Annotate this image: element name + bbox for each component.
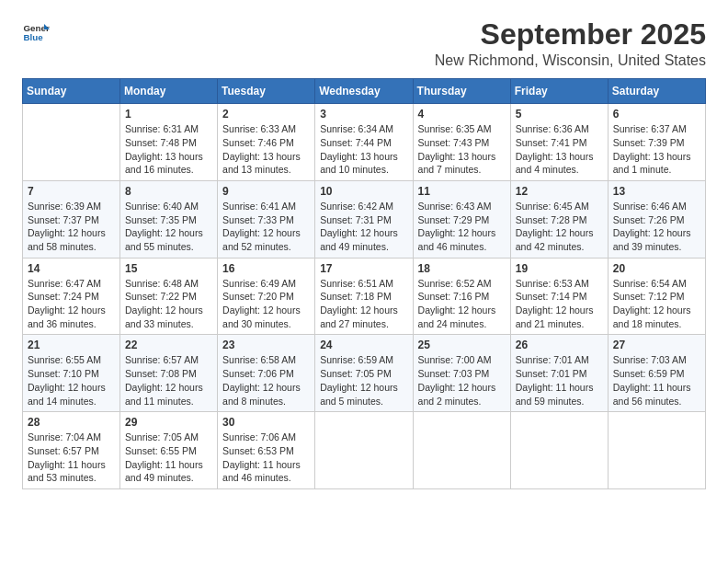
day-info: Sunrise: 7:04 AMSunset: 6:57 PMDaylight:… xyxy=(28,431,115,485)
day-info: Sunrise: 6:31 AMSunset: 7:48 PMDaylight:… xyxy=(125,122,212,177)
week-row-1: 1Sunrise: 6:31 AMSunset: 7:48 PMDaylight… xyxy=(23,104,706,181)
week-row-2: 7Sunrise: 6:39 AMSunset: 7:37 PMDaylight… xyxy=(23,180,706,258)
calendar-cell: 21Sunrise: 6:55 AMSunset: 7:10 PMDayligh… xyxy=(23,335,120,412)
day-number: 22 xyxy=(125,339,212,351)
day-info: Sunrise: 6:42 AMSunset: 7:31 PMDaylight:… xyxy=(320,200,407,254)
day-info: Sunrise: 6:55 AMSunset: 7:10 PMDaylight:… xyxy=(28,353,115,408)
calendar-cell: 22Sunrise: 6:57 AMSunset: 7:08 PMDayligh… xyxy=(120,335,218,412)
calendar-cell: 7Sunrise: 6:39 AMSunset: 7:37 PMDaylight… xyxy=(23,180,120,258)
day-number: 18 xyxy=(418,262,506,275)
day-number: 2 xyxy=(222,108,310,121)
day-number: 30 xyxy=(222,416,310,429)
calendar-cell: 3Sunrise: 6:34 AMSunset: 7:44 PMDaylight… xyxy=(315,104,413,181)
calendar-cell: 29Sunrise: 7:05 AMSunset: 6:55 PMDayligh… xyxy=(120,412,218,489)
weekday-header-row: SundayMondayTuesdayWednesdayThursdayFrid… xyxy=(23,79,706,104)
day-number: 23 xyxy=(222,339,310,351)
day-info: Sunrise: 6:40 AMSunset: 7:35 PMDaylight:… xyxy=(125,200,212,254)
day-number: 29 xyxy=(125,416,212,429)
calendar-cell xyxy=(23,104,120,181)
day-info: Sunrise: 6:34 AMSunset: 7:44 PMDaylight:… xyxy=(320,122,407,177)
day-number: 5 xyxy=(516,108,603,121)
day-number: 6 xyxy=(613,108,700,121)
calendar-cell xyxy=(608,412,705,489)
weekday-header-monday: Monday xyxy=(120,79,218,104)
calendar-cell: 14Sunrise: 6:47 AMSunset: 7:24 PMDayligh… xyxy=(23,258,120,335)
day-info: Sunrise: 7:06 AMSunset: 6:53 PMDaylight:… xyxy=(222,431,310,485)
calendar-cell: 5Sunrise: 6:36 AMSunset: 7:41 PMDaylight… xyxy=(510,104,608,181)
day-info: Sunrise: 6:35 AMSunset: 7:43 PMDaylight:… xyxy=(418,122,506,177)
calendar-cell: 27Sunrise: 7:03 AMSunset: 6:59 PMDayligh… xyxy=(608,335,705,412)
calendar-cell: 16Sunrise: 6:49 AMSunset: 7:20 PMDayligh… xyxy=(218,258,315,335)
day-number: 13 xyxy=(613,185,700,198)
day-number: 17 xyxy=(320,262,407,275)
calendar-cell: 23Sunrise: 6:58 AMSunset: 7:06 PMDayligh… xyxy=(218,335,315,412)
day-info: Sunrise: 6:48 AMSunset: 7:22 PMDaylight:… xyxy=(125,277,212,331)
calendar-header: SundayMondayTuesdayWednesdayThursdayFrid… xyxy=(23,79,706,104)
calendar-cell: 8Sunrise: 6:40 AMSunset: 7:35 PMDaylight… xyxy=(120,180,218,258)
calendar-cell: 9Sunrise: 6:41 AMSunset: 7:33 PMDaylight… xyxy=(218,180,315,258)
calendar-cell: 25Sunrise: 7:00 AMSunset: 7:03 PMDayligh… xyxy=(413,335,510,412)
week-row-5: 28Sunrise: 7:04 AMSunset: 6:57 PMDayligh… xyxy=(23,412,706,489)
day-number: 24 xyxy=(320,339,407,351)
calendar-cell: 26Sunrise: 7:01 AMSunset: 7:01 PMDayligh… xyxy=(510,335,608,412)
day-number: 4 xyxy=(418,108,506,121)
calendar-cell: 4Sunrise: 6:35 AMSunset: 7:43 PMDaylight… xyxy=(413,104,510,181)
day-info: Sunrise: 6:53 AMSunset: 7:14 PMDaylight:… xyxy=(516,277,603,331)
weekday-header-sunday: Sunday xyxy=(23,79,120,104)
title-area: September 2025 New Richmond, Wisconsin, … xyxy=(435,18,706,69)
calendar-cell: 24Sunrise: 6:59 AMSunset: 7:05 PMDayligh… xyxy=(315,335,413,412)
day-number: 11 xyxy=(418,185,506,198)
calendar-cell: 6Sunrise: 6:37 AMSunset: 7:39 PMDaylight… xyxy=(608,104,705,181)
calendar-body: 1Sunrise: 6:31 AMSunset: 7:48 PMDaylight… xyxy=(23,104,706,489)
day-number: 12 xyxy=(516,185,603,198)
day-number: 3 xyxy=(320,108,407,121)
weekday-header-tuesday: Tuesday xyxy=(218,79,315,104)
calendar-cell: 11Sunrise: 6:43 AMSunset: 7:29 PMDayligh… xyxy=(413,180,510,258)
day-number: 27 xyxy=(613,339,700,351)
calendar-cell: 12Sunrise: 6:45 AMSunset: 7:28 PMDayligh… xyxy=(510,180,608,258)
day-info: Sunrise: 6:43 AMSunset: 7:29 PMDaylight:… xyxy=(418,200,506,254)
calendar-cell xyxy=(315,412,413,489)
weekday-header-thursday: Thursday xyxy=(413,79,510,104)
calendar-cell xyxy=(510,412,608,489)
svg-text:Blue: Blue xyxy=(24,32,44,42)
calendar-cell: 17Sunrise: 6:51 AMSunset: 7:18 PMDayligh… xyxy=(315,258,413,335)
calendar-cell: 15Sunrise: 6:48 AMSunset: 7:22 PMDayligh… xyxy=(120,258,218,335)
day-info: Sunrise: 7:01 AMSunset: 7:01 PMDaylight:… xyxy=(516,353,603,408)
day-info: Sunrise: 6:49 AMSunset: 7:20 PMDaylight:… xyxy=(222,277,310,331)
day-info: Sunrise: 6:37 AMSunset: 7:39 PMDaylight:… xyxy=(613,122,700,177)
day-info: Sunrise: 6:54 AMSunset: 7:12 PMDaylight:… xyxy=(613,277,700,331)
day-number: 8 xyxy=(125,185,212,198)
calendar-table: SundayMondayTuesdayWednesdayThursdayFrid… xyxy=(22,78,706,489)
day-number: 28 xyxy=(28,416,115,429)
day-info: Sunrise: 6:33 AMSunset: 7:46 PMDaylight:… xyxy=(222,122,310,177)
weekday-header-friday: Friday xyxy=(510,79,608,104)
day-info: Sunrise: 7:05 AMSunset: 6:55 PMDaylight:… xyxy=(125,431,212,485)
calendar-title: September 2025 xyxy=(435,18,706,51)
calendar-cell: 2Sunrise: 6:33 AMSunset: 7:46 PMDaylight… xyxy=(218,104,315,181)
day-number: 15 xyxy=(125,262,212,275)
calendar-subtitle: New Richmond, Wisconsin, United States xyxy=(435,52,706,69)
day-number: 10 xyxy=(320,185,407,198)
week-row-3: 14Sunrise: 6:47 AMSunset: 7:24 PMDayligh… xyxy=(23,258,706,335)
day-info: Sunrise: 6:59 AMSunset: 7:05 PMDaylight:… xyxy=(320,353,407,408)
day-number: 20 xyxy=(613,262,700,275)
day-info: Sunrise: 6:51 AMSunset: 7:18 PMDaylight:… xyxy=(320,277,407,331)
day-number: 19 xyxy=(516,262,603,275)
calendar-cell: 20Sunrise: 6:54 AMSunset: 7:12 PMDayligh… xyxy=(608,258,705,335)
calendar-cell: 10Sunrise: 6:42 AMSunset: 7:31 PMDayligh… xyxy=(315,180,413,258)
calendar-cell: 28Sunrise: 7:04 AMSunset: 6:57 PMDayligh… xyxy=(23,412,120,489)
day-number: 9 xyxy=(222,185,310,198)
calendar-cell: 1Sunrise: 6:31 AMSunset: 7:48 PMDaylight… xyxy=(120,104,218,181)
day-info: Sunrise: 7:00 AMSunset: 7:03 PMDaylight:… xyxy=(418,353,506,408)
day-info: Sunrise: 6:58 AMSunset: 7:06 PMDaylight:… xyxy=(222,353,310,408)
day-number: 26 xyxy=(516,339,603,351)
calendar-cell: 30Sunrise: 7:06 AMSunset: 6:53 PMDayligh… xyxy=(218,412,315,489)
calendar-cell: 19Sunrise: 6:53 AMSunset: 7:14 PMDayligh… xyxy=(510,258,608,335)
day-info: Sunrise: 6:41 AMSunset: 7:33 PMDaylight:… xyxy=(222,200,310,254)
calendar-cell: 18Sunrise: 6:52 AMSunset: 7:16 PMDayligh… xyxy=(413,258,510,335)
day-number: 1 xyxy=(125,108,212,121)
day-info: Sunrise: 6:57 AMSunset: 7:08 PMDaylight:… xyxy=(125,353,212,408)
page-header: General Blue September 2025 New Richmond… xyxy=(22,18,706,69)
day-number: 7 xyxy=(28,185,115,198)
